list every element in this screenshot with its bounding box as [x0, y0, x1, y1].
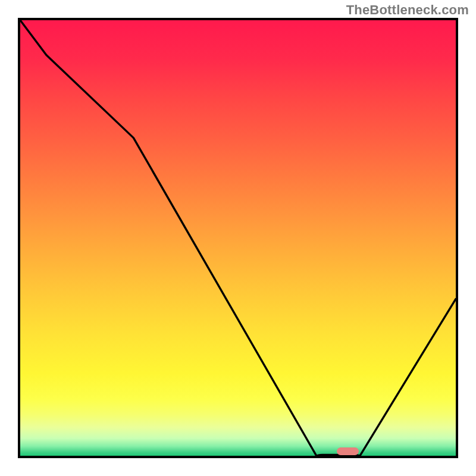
watermark-label: TheBottleneck.com — [346, 2, 469, 18]
chart-container: TheBottleneck.com — [0, 0, 476, 476]
bottleneck-curve — [20, 20, 456, 456]
plot-frame — [18, 18, 458, 458]
optimal-range-marker — [337, 447, 359, 455]
